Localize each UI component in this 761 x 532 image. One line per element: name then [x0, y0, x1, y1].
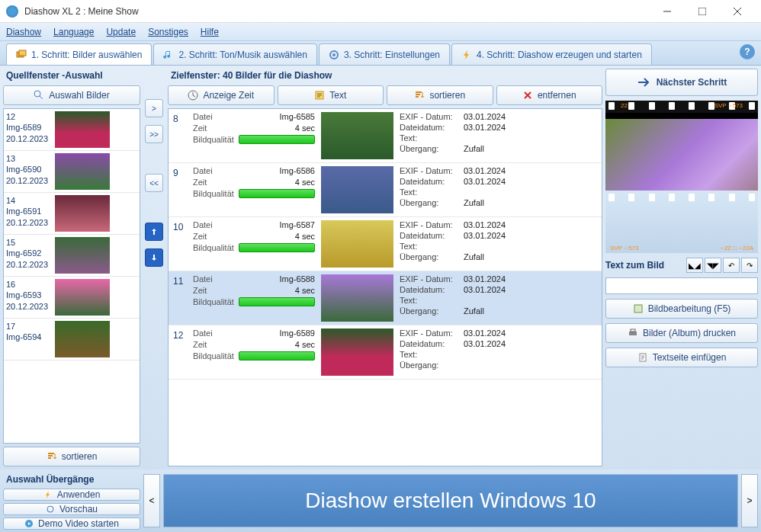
- thumbnail: [321, 274, 393, 322]
- menu-sonstiges[interactable]: Sonstiges: [148, 27, 188, 37]
- add-single-button[interactable]: >: [145, 99, 163, 117]
- tab-step4[interactable]: 4. Schritt: Diashow erzeugen und starten: [451, 43, 652, 65]
- source-item[interactable]: 15Img-659220.12.2023: [4, 235, 140, 277]
- transfer-arrows: > >> <<: [143, 69, 165, 466]
- source-item[interactable]: 16Img-659320.12.2023: [4, 277, 140, 319]
- minimize-button[interactable]: [650, 0, 685, 23]
- delete-icon: [522, 90, 533, 101]
- select-images-button[interactable]: Auswahl Bilder: [3, 85, 140, 105]
- menu-hilfe[interactable]: Hilfe: [201, 27, 219, 37]
- thumbnail: [321, 112, 393, 159]
- tab-step1[interactable]: 1. Schritt: Bilder auswählen: [6, 43, 152, 65]
- play-icon: [24, 519, 34, 528]
- svg-point-7: [332, 53, 336, 56]
- move-down-button[interactable]: [145, 248, 163, 267]
- remove-button[interactable]: entfernen: [496, 85, 603, 105]
- print-album-button[interactable]: Bilder (Album) drucken: [605, 323, 758, 343]
- svg-point-8: [34, 91, 40, 97]
- edit-icon: [633, 303, 644, 314]
- add-all-button[interactable]: >>: [145, 125, 163, 143]
- thumbnail: [321, 328, 393, 376]
- rotate-left-icon[interactable]: ↶: [723, 258, 740, 273]
- text-icon: [314, 90, 325, 101]
- thumbnail: [321, 166, 393, 213]
- music-icon: [163, 50, 174, 60]
- quality-bar: [239, 351, 315, 361]
- source-item[interactable]: 14Img-659120.12.2023: [4, 193, 140, 235]
- thumbnail: [55, 321, 110, 357]
- menu-update[interactable]: Update: [106, 27, 136, 37]
- quality-bar: [239, 297, 315, 306]
- sort-icon: [47, 451, 57, 462]
- remove-all-button[interactable]: <<: [145, 174, 163, 192]
- image-text-input[interactable]: [605, 277, 758, 294]
- target-row[interactable]: 12 DateiImg-6589 Zeit4 sec Bildqualität …: [169, 325, 602, 380]
- sort-icon: [414, 90, 425, 101]
- svg-rect-1: [698, 8, 706, 15]
- svg-line-9: [40, 96, 43, 99]
- svg-rect-13: [629, 332, 637, 335]
- target-row[interactable]: 11 DateiImg-6588 Zeit4 sec Bildqualität …: [169, 271, 602, 325]
- thumbnail: [321, 220, 393, 268]
- flip-h-icon[interactable]: ◣◢: [686, 258, 703, 273]
- thumbnail: [55, 153, 110, 190]
- source-item[interactable]: 12Img-658920.12.2023: [4, 109, 140, 151]
- print-icon: [628, 328, 638, 338]
- bolt-icon: [43, 490, 53, 499]
- page-icon: [637, 352, 648, 363]
- flip-v-icon[interactable]: ◥◤: [705, 258, 721, 273]
- source-list[interactable]: 12Img-658920.12.202313Img-659020.12.2023…: [3, 108, 140, 444]
- preview-image: 22 SVP→573 SVP→573 →22 □→22A: [605, 101, 758, 253]
- tab-step2[interactable]: 2. Schritt: Ton/Musik auswählen: [153, 43, 317, 65]
- quality-bar: [239, 135, 315, 144]
- tabstrip: 1. Schritt: Bilder auswählen 2. Schritt:…: [0, 41, 761, 66]
- thumbnail: [55, 195, 110, 232]
- target-row[interactable]: 8 DateiImg-6585 Zeit4 sec Bildqualität E…: [169, 109, 602, 163]
- apply-transition-button[interactable]: Anwenden: [3, 489, 140, 501]
- rotate-right-icon[interactable]: ↷: [741, 258, 758, 273]
- target-row[interactable]: 9 DateiImg-6586 Zeit4 sec Bildqualität E…: [169, 163, 602, 217]
- next-step-button[interactable]: Nächster Schritt: [605, 69, 758, 96]
- titlebar: Diashow XL 2 : Meine Show: [0, 0, 761, 23]
- source-title: Quellfenster -Auswahl: [3, 69, 140, 82]
- source-item[interactable]: 13Img-659020.12.2023: [4, 151, 140, 193]
- close-button[interactable]: [720, 0, 755, 23]
- search-icon: [34, 90, 44, 101]
- window-title: Diashow XL 2 : Meine Show: [24, 6, 650, 17]
- gear-icon: [329, 50, 339, 60]
- banner: Diashow erstellen Windows 10: [163, 474, 738, 527]
- menubar: Diashow Language Update Sonstiges Hilfe: [0, 23, 761, 41]
- banner-next-button[interactable]: >: [741, 474, 758, 527]
- move-up-button[interactable]: [145, 223, 163, 241]
- svg-rect-5: [19, 50, 26, 56]
- thumbnail: [55, 237, 110, 274]
- menu-diashow[interactable]: Diashow: [6, 27, 41, 37]
- maximize-button[interactable]: [685, 0, 720, 23]
- target-sort-button[interactable]: sortieren: [387, 85, 493, 105]
- target-list[interactable]: 8 DateiImg-6585 Zeit4 sec Bildqualität E…: [168, 108, 602, 466]
- display-time-button[interactable]: Anzeige Zeit: [168, 85, 275, 105]
- image-edit-button[interactable]: Bildbearbeitung (F5): [605, 299, 758, 319]
- images-icon: [16, 50, 27, 60]
- thumbnail: [55, 111, 110, 148]
- preview-transition-button[interactable]: Vorschau: [3, 503, 140, 515]
- quality-bar: [239, 189, 315, 198]
- menu-language[interactable]: Language: [53, 27, 94, 37]
- svg-rect-14: [631, 329, 635, 332]
- text-to-image-label: Text zum Bild: [605, 260, 685, 271]
- target-row[interactable]: 10 DateiImg-6587 Zeit4 sec Bildqualität …: [169, 217, 602, 271]
- bolt-icon: [461, 50, 472, 60]
- svg-rect-12: [634, 305, 642, 312]
- refresh-icon: [46, 505, 55, 514]
- source-item[interactable]: 17Img-6594: [4, 319, 140, 361]
- banner-prev-button[interactable]: <: [143, 474, 160, 527]
- help-button[interactable]: ?: [740, 44, 755, 59]
- quality-bar: [239, 243, 315, 252]
- demo-video-button[interactable]: Demo Video starten: [3, 518, 140, 530]
- text-button[interactable]: Text: [278, 85, 384, 105]
- clock-icon: [188, 90, 198, 101]
- source-sort-button[interactable]: sortieren: [3, 447, 140, 466]
- arrow-right-icon: [637, 76, 652, 88]
- insert-textpage-button[interactable]: Textseite einfügen: [605, 348, 758, 367]
- tab-step3[interactable]: 3. Schritt: Einstellungen: [319, 43, 450, 65]
